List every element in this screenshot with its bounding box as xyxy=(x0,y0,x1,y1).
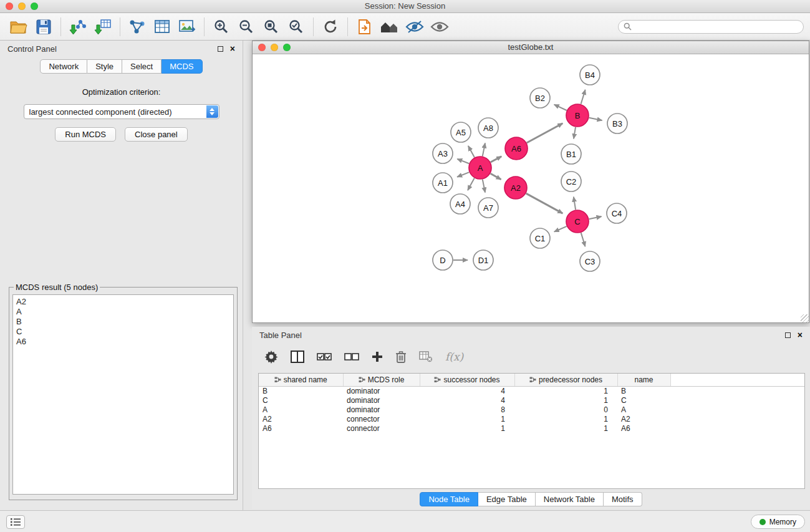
graph-edge[interactable] xyxy=(483,143,485,157)
graph-node[interactable]: D1 xyxy=(473,250,493,270)
task-history-button[interactable] xyxy=(6,515,25,529)
graph-edge[interactable] xyxy=(581,90,586,104)
tab-select[interactable]: Select xyxy=(122,59,162,74)
delete-table-button[interactable] xyxy=(419,348,433,365)
table-cell[interactable]: 1 xyxy=(420,415,514,424)
tab-mcds[interactable]: MCDS xyxy=(162,59,202,74)
search-box[interactable] xyxy=(618,20,804,34)
table-cell[interactable]: B xyxy=(617,387,670,397)
export-network-button[interactable] xyxy=(352,16,377,38)
graph-edge[interactable] xyxy=(574,127,576,139)
graph-node[interactable]: A5 xyxy=(451,122,471,142)
table-cell[interactable]: 4 xyxy=(420,387,514,397)
table-cell[interactable]: A2 xyxy=(259,415,343,424)
create-column-button[interactable] xyxy=(372,348,383,365)
mcds-result-list[interactable]: A2ABCA6 xyxy=(12,294,234,495)
column-header-predecessor-nodes[interactable]: predecessor nodes xyxy=(514,374,617,387)
graph-node[interactable]: B2 xyxy=(530,88,550,108)
table-cell[interactable]: 8 xyxy=(420,405,514,415)
table-cell[interactable]: 1 xyxy=(514,424,617,433)
table-row[interactable]: A2connector11A2 xyxy=(259,415,804,424)
graph-node[interactable]: B1 xyxy=(561,144,581,164)
zoom-fit-button[interactable] xyxy=(259,16,284,38)
tab-motifs[interactable]: Motifs xyxy=(604,492,642,506)
table-cell[interactable]: C xyxy=(617,396,670,405)
graph-node[interactable]: A xyxy=(469,157,491,179)
graph-node[interactable]: A6 xyxy=(505,137,528,160)
deselect-all-columns-button[interactable] xyxy=(344,348,359,365)
network-canvas[interactable]: B4B2BB3A5A8A6A3B1AC2A1A2A4A7C4CC1DD1C3 xyxy=(253,54,809,322)
table-cell[interactable]: A xyxy=(259,405,343,415)
delete-column-button[interactable] xyxy=(395,348,407,365)
minimize-window-icon[interactable] xyxy=(18,2,26,10)
tab-network[interactable]: Network xyxy=(40,59,87,74)
resize-grip[interactable] xyxy=(801,314,809,322)
maximize-window-icon[interactable] xyxy=(31,2,38,10)
close-view-icon[interactable] xyxy=(258,44,266,51)
minimize-view-icon[interactable] xyxy=(271,44,278,51)
table-row[interactable]: Bdominator41B xyxy=(259,387,804,397)
graph-edge[interactable] xyxy=(468,146,475,157)
run-mcds-button[interactable]: Run MCDS xyxy=(55,127,116,142)
graph-edge[interactable] xyxy=(526,193,563,213)
close-window-icon[interactable] xyxy=(6,2,13,10)
graph-node[interactable]: A3 xyxy=(433,143,453,163)
refresh-button[interactable] xyxy=(318,16,343,38)
graph-node[interactable]: C3 xyxy=(580,251,600,271)
node-table-container[interactable]: shared name MCDS role successor nodes pr… xyxy=(258,373,805,489)
network-canvas-area[interactable]: B4B2BB3A5A8A6A3B1AC2A1A2A4A7C4CC1DD1C3 xyxy=(253,54,809,322)
zoom-selected-button[interactable] xyxy=(284,16,309,38)
close-table-panel-icon[interactable]: × xyxy=(798,332,803,338)
graph-edge[interactable] xyxy=(457,159,469,163)
table-cell[interactable]: 1 xyxy=(514,396,617,405)
graph-node[interactable]: C4 xyxy=(607,203,627,223)
graph-node[interactable]: A1 xyxy=(433,173,453,193)
table-row[interactable]: A6connector11A6 xyxy=(259,424,804,433)
table-cell[interactable]: 1 xyxy=(514,415,617,424)
graph-edge[interactable] xyxy=(581,233,586,246)
mcds-result-item[interactable]: A2 xyxy=(16,297,230,307)
table-button[interactable] xyxy=(150,16,175,38)
show-columns-button[interactable] xyxy=(291,348,304,365)
search-input[interactable] xyxy=(635,22,798,31)
table-settings-button[interactable] xyxy=(264,348,278,365)
table-cell[interactable]: 1 xyxy=(514,387,617,397)
table-cell[interactable]: 0 xyxy=(514,405,617,415)
graph-node[interactable]: A7 xyxy=(478,198,498,218)
mcds-result-item[interactable]: A6 xyxy=(16,337,230,347)
graph-node[interactable]: C2 xyxy=(561,172,581,191)
graph-node[interactable]: A8 xyxy=(478,118,498,138)
graph-node[interactable]: D xyxy=(433,250,453,270)
graphics-details-button[interactable] xyxy=(402,16,427,38)
table-cell[interactable]: dominator xyxy=(343,396,420,405)
tab-network-table[interactable]: Network Table xyxy=(536,492,604,506)
graph-node[interactable]: B xyxy=(566,104,589,127)
float-panel-icon[interactable] xyxy=(218,46,223,52)
table-row[interactable]: Cdominator41C xyxy=(259,396,804,405)
function-builder-button[interactable]: f(x) xyxy=(445,348,463,365)
graph-node[interactable]: C1 xyxy=(530,228,550,248)
graph-edge[interactable] xyxy=(554,105,567,110)
table-cell[interactable]: A2 xyxy=(617,415,670,424)
graph-edge[interactable] xyxy=(491,157,501,162)
home-button[interactable] xyxy=(377,16,402,38)
close-panel-button[interactable]: Close panel xyxy=(125,127,188,142)
column-header-mcds-role[interactable]: MCDS role xyxy=(343,374,420,387)
zoom-in-button[interactable] xyxy=(209,16,234,38)
graph-edge[interactable] xyxy=(554,226,567,232)
maximize-view-icon[interactable] xyxy=(283,44,291,51)
column-header-successor-nodes[interactable]: successor nodes xyxy=(420,374,514,387)
network-button[interactable] xyxy=(125,16,150,38)
table-cell[interactable]: connector xyxy=(343,415,420,424)
float-table-panel-icon[interactable] xyxy=(785,332,791,338)
table-cell[interactable]: 4 xyxy=(420,396,514,405)
table-cell[interactable]: connector xyxy=(343,424,420,433)
import-table-file-button[interactable] xyxy=(90,16,115,38)
image-export-button[interactable] xyxy=(175,16,200,38)
tab-node-table[interactable]: Node Table xyxy=(420,492,478,506)
column-header-name[interactable]: name xyxy=(617,374,670,387)
graph-edge[interactable] xyxy=(457,172,469,177)
table-cell[interactable]: B xyxy=(259,387,343,397)
select-all-columns-button[interactable] xyxy=(317,348,332,365)
table-cell[interactable]: 1 xyxy=(420,424,514,433)
